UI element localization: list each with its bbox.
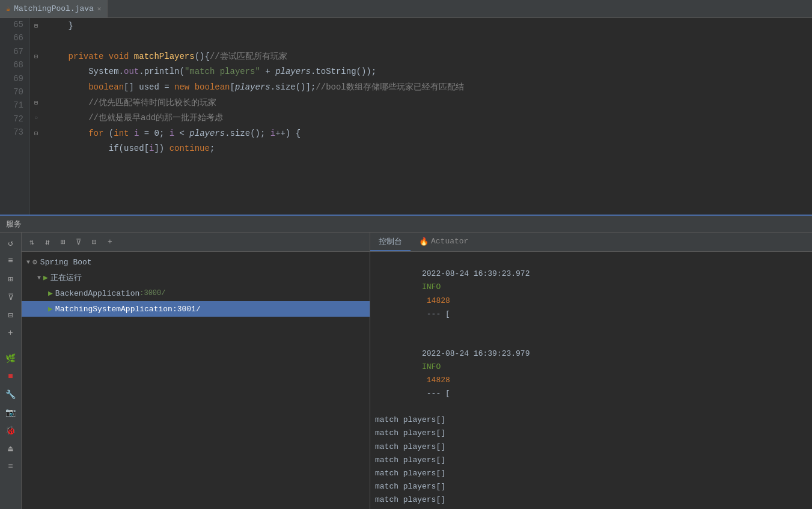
sync-icon[interactable]: ↺ [2, 235, 19, 251]
log-match-text: match players[] [375, 442, 445, 451]
gutter-item [30, 64, 42, 80]
bottom-panel: 服务 ↺ ≡ ⊞ ⊽ ⊟ + 🌿 ■ 🔧 📷 🐞 ⏏ ≡ ⇅ ⇵ ⊞ ⊽ [0, 215, 812, 509]
code-token: players [189, 127, 225, 140]
tab-bar: ☕ MatchingPool.java ✕ [0, 0, 812, 18]
gutter-item [30, 79, 42, 95]
gutter-item: ⊟ [30, 49, 42, 64]
tree-item-backend[interactable]: ▶ BackendApplication :3000/ [22, 285, 370, 301]
code-token [48, 127, 88, 140]
code-line-69: boolean [] used = new boolean [ players … [48, 79, 812, 95]
tab-close-button[interactable]: ✕ [97, 5, 102, 13]
filter-icon[interactable]: ⊽ [2, 289, 19, 305]
code-token: continue [169, 142, 210, 155]
code-line-70: //优先匹配等待时间比较长的玩家 [48, 95, 812, 111]
code-editor: 65 66 67 68 69 70 71 72 73 ⊟ ⊟ ⊟ ○ ⊟ } p… [0, 18, 812, 215]
code-token [103, 50, 108, 63]
panel-body: ↺ ≡ ⊞ ⊽ ⊟ + 🌿 ■ 🔧 📷 🐞 ⏏ ≡ ⇅ ⇵ ⊞ ⊽ ⊟ + [0, 233, 812, 509]
tree-item-label: 正在运行 [50, 272, 82, 283]
console-tab-label: 控制台 [379, 236, 402, 247]
gutter-item: ⊟ [30, 18, 42, 34]
code-line-73: if(used[ i ]) continue ; [48, 141, 812, 157]
code-token: ( [103, 127, 114, 140]
code-token: if(used[ [48, 142, 149, 155]
gutter-item [30, 34, 42, 49]
code-token: int [114, 127, 129, 140]
code-token: //也就是最早add的那一批开始考虑 [88, 111, 223, 124]
gutter-item [30, 141, 42, 157]
code-line-68: System. out .println( "match players" + … [48, 64, 812, 80]
run-arrow-icon-matching: ▶ [48, 304, 53, 314]
code-token: = 0; [139, 127, 169, 140]
stop-icon[interactable]: ■ [2, 368, 19, 384]
log-match-text: match players[] [375, 482, 445, 491]
code-token: .size()]; [270, 81, 316, 94]
code-token: ++) { [275, 127, 301, 140]
log-line: 2022-08-24 16:39:23.972 INFO 14828 --- [ [375, 254, 807, 334]
log-pid: 14828 [422, 296, 450, 305]
code-token: boolean [88, 81, 124, 94]
log-timestamp: 2022-08-24 16:39:23.972 [422, 269, 539, 278]
code-token: new [174, 81, 189, 94]
log-line: match players[] [375, 440, 807, 454]
code-content: } private void matchPlayers (){ //尝试匹配所有… [42, 18, 812, 215]
log-match-text: match players[] [375, 456, 445, 465]
group-icon[interactable]: ⊞ [2, 271, 19, 287]
add-service-button[interactable]: + [103, 236, 117, 249]
collapse-all-icon[interactable]: ≡ [2, 253, 19, 269]
tab-label: MatchingPool.java [14, 4, 94, 13]
left-sidebar: ↺ ≡ ⊞ ⊽ ⊟ + 🌿 ■ 🔧 📷 🐞 ⏏ ≡ [0, 233, 22, 509]
menu-icon[interactable]: ≡ [2, 459, 19, 474]
tree-expand-arrow: ▼ [37, 275, 41, 281]
wrench-icon[interactable]: 🔧 [2, 386, 19, 402]
group-services-button[interactable]: ⊞ [56, 236, 70, 249]
code-token: + [260, 65, 275, 78]
services-toolbar: ⇅ ⇵ ⊞ ⊽ ⊟ + [22, 233, 370, 252]
code-token [189, 81, 194, 94]
tree-item-running[interactable]: ▼ ▶ 正在运行 [22, 270, 370, 285]
tree-item-port: :3001/ [172, 305, 201, 314]
log-match-text: match players[] [375, 415, 445, 424]
code-token: players [275, 65, 311, 78]
exit-icon[interactable]: ⏏ [2, 440, 19, 456]
spring-gear-icon: ⚙ [32, 257, 37, 267]
tab-console[interactable]: 控制台 [370, 233, 411, 251]
code-token: //bool数组存储哪些玩家已经有匹配结 [316, 81, 463, 94]
code-token: System. [48, 65, 124, 78]
line-numbers: 65 66 67 68 69 70 71 72 73 [0, 18, 30, 215]
services-tree: ▼ ⚙ Spring Boot ▼ ▶ 正在运行 ▶ BackendApplic… [22, 252, 370, 509]
code-token: players [235, 81, 270, 94]
code-token [48, 111, 88, 124]
search-button[interactable]: ⊟ [88, 236, 101, 249]
filter-button[interactable]: ⊽ [72, 236, 85, 249]
code-token: i [149, 142, 154, 155]
code-token: private [69, 50, 104, 63]
tree-item-label: Spring Boot [40, 258, 92, 267]
spring-icon[interactable]: 🌿 [2, 350, 19, 366]
collapse-all-button[interactable]: ⇵ [41, 236, 54, 249]
camera-icon[interactable]: 📷 [2, 404, 19, 420]
code-token: < [174, 127, 189, 140]
log-match-text: match players[] [375, 469, 445, 478]
add-icon[interactable]: + [2, 325, 19, 341]
code-token: .size(); [225, 127, 270, 140]
code-token: //尝试匹配所有玩家 [210, 50, 287, 63]
code-line-65: } [48, 18, 812, 34]
log-line: match players[] [375, 480, 807, 493]
collapse-icon[interactable]: ⊟ [2, 307, 19, 323]
code-gutter: ⊟ ⊟ ⊟ ○ ⊟ [30, 18, 42, 215]
log-tabs: 控制台 🔥 Actuator [370, 233, 812, 252]
code-token: } [48, 19, 73, 32]
code-token [48, 81, 88, 94]
tab-actuator[interactable]: 🔥 Actuator [411, 233, 477, 251]
code-token [129, 127, 133, 140]
code-token [48, 50, 69, 63]
expand-all-button[interactable]: ⇅ [25, 236, 38, 249]
code-line-66 [48, 34, 812, 49]
tree-item-label: MatchingSystemApplication [55, 305, 172, 314]
tree-item-spring-boot[interactable]: ▼ ⚙ Spring Boot [22, 254, 370, 270]
debug-icon[interactable]: 🐞 [2, 422, 19, 438]
services-tree-panel: ⇅ ⇵ ⊞ ⊽ ⊟ + ▼ ⚙ Spring Boot ▼ [22, 233, 370, 509]
tree-item-matching[interactable]: ▶ MatchingSystemApplication :3001/ [22, 301, 370, 317]
log-match-text: match players[] [375, 428, 445, 437]
file-tab[interactable]: ☕ MatchingPool.java ✕ [0, 0, 108, 17]
